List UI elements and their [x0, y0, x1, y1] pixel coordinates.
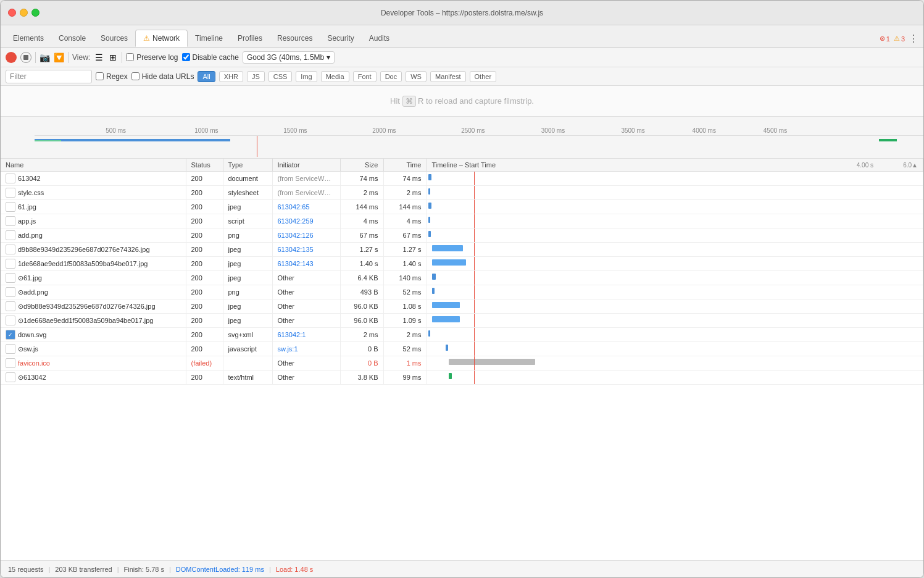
file-name[interactable]: 613042	[18, 175, 41, 182]
file-name[interactable]: app.js	[18, 217, 36, 225]
row-checkbox[interactable]	[6, 372, 15, 382]
row-checkbox[interactable]	[6, 202, 15, 212]
stop-button[interactable]	[20, 52, 31, 63]
row-initiator[interactable]: 613042:126	[272, 228, 340, 243]
disable-cache-checkbox[interactable]	[182, 53, 190, 61]
filter-font-button[interactable]: Font	[353, 71, 377, 82]
file-name[interactable]: down.svg	[18, 331, 46, 338]
tab-sources[interactable]: Sources	[93, 30, 135, 47]
col-header-status[interactable]: Status	[186, 159, 223, 172]
row-checkbox[interactable]	[6, 230, 15, 240]
row-initiator[interactable]: sw.js:1	[272, 342, 340, 356]
preserve-log-checkbox[interactable]	[126, 53, 134, 61]
file-name[interactable]: favicon.ico	[18, 359, 50, 367]
row-initiator[interactable]: 613042:1	[272, 328, 340, 342]
row-checkbox[interactable]	[6, 188, 15, 198]
filter-css-button[interactable]: CSS	[268, 71, 293, 82]
file-name[interactable]: ⊙add.png	[18, 288, 48, 296]
table-row[interactable]: ⊙add.png200pngOther493 B52 ms	[1, 285, 923, 299]
row-checkbox[interactable]	[6, 216, 15, 226]
tab-profiles[interactable]: Profiles	[230, 30, 270, 47]
file-name[interactable]: ⊙1de668ae9edd1f50083a509ba94be017.jpg	[18, 317, 153, 325]
row-initiator[interactable]: 613042:259	[272, 214, 340, 228]
col-header-type[interactable]: Type	[223, 159, 272, 172]
filter-js-button[interactable]: JS	[247, 71, 265, 82]
row-initiator[interactable]: 613042:65	[272, 200, 340, 214]
row-initiator[interactable]: 613042:143	[272, 257, 340, 271]
file-name[interactable]: ⊙61.jpg	[18, 274, 42, 282]
row-checkbox[interactable]	[6, 344, 15, 354]
table-row[interactable]: ⊙sw.js200javascriptsw.js:10 B52 ms	[1, 342, 923, 356]
tab-audits[interactable]: Audits	[362, 30, 397, 47]
preserve-log-label[interactable]: Preserve log	[126, 53, 178, 62]
filter-doc-button[interactable]: Doc	[380, 71, 402, 82]
table-row[interactable]: d9b88e9349d235296e687d0276e74326.jpg200j…	[1, 243, 923, 257]
regex-checkbox[interactable]	[96, 72, 104, 80]
file-name[interactable]: 61.jpg	[18, 203, 36, 211]
table-row[interactable]: 61.jpg200jpeg613042:65144 ms144 ms	[1, 200, 923, 214]
view-grid-button[interactable]: ⊞	[108, 51, 118, 64]
close-button[interactable]	[8, 9, 16, 17]
hide-data-urls-checkbox[interactable]	[131, 72, 139, 80]
record-button[interactable]	[6, 52, 17, 63]
row-checkbox[interactable]	[6, 316, 15, 325]
col-header-size[interactable]: Size	[340, 159, 383, 172]
tab-timeline[interactable]: Timeline	[188, 30, 230, 47]
filter-img-button[interactable]: Img	[296, 71, 317, 82]
file-name[interactable]: d9b88e9349d235296e687d0276e74326.jpg	[18, 246, 150, 253]
filter-ws-button[interactable]: WS	[406, 71, 427, 82]
tab-resources[interactable]: Resources	[270, 30, 320, 47]
view-list-button[interactable]: ☰	[94, 51, 104, 64]
row-initiator[interactable]: 613042:135	[272, 243, 340, 257]
table-row[interactable]: 1de668ae9edd1f50083a509ba94be017.jpg200j…	[1, 257, 923, 271]
more-options-icon[interactable]: ⋮	[909, 33, 918, 44]
file-name[interactable]: style.css	[18, 189, 44, 196]
col-header-timeline[interactable]: Timeline – Start Time 4.00 s 6.0▲	[427, 159, 923, 172]
file-name[interactable]: add.png	[18, 232, 43, 239]
filter-other-button[interactable]: Other	[470, 71, 497, 82]
row-checkbox[interactable]: ✓	[6, 330, 15, 340]
tab-security[interactable]: Security	[320, 30, 361, 47]
table-row[interactable]: ⊙d9b88e9349d235296e687d0276e74326.jpg200…	[1, 299, 923, 314]
table-row[interactable]: add.png200png613042:12667 ms67 ms	[1, 228, 923, 243]
table-row[interactable]: ⊙61.jpg200jpegOther6.4 KB140 ms	[1, 271, 923, 285]
table-row[interactable]: ✓down.svg200svg+xml613042:12 ms2 ms	[1, 328, 923, 342]
table-row[interactable]: style.css200stylesheet(from ServiceW…2 m…	[1, 186, 923, 200]
col-header-time[interactable]: Time	[383, 159, 427, 172]
row-checkbox[interactable]	[6, 273, 15, 283]
filter-toggle-button[interactable]: 🔽	[54, 52, 64, 62]
table-row[interactable]: ⊙613042200text/htmlOther3.8 KB99 ms	[1, 371, 923, 385]
tab-network[interactable]: ⚠ Network	[135, 30, 188, 47]
file-name[interactable]: ⊙613042	[18, 374, 46, 382]
disable-cache-label[interactable]: Disable cache	[182, 53, 239, 62]
minimize-button[interactable]	[20, 9, 28, 17]
table-row[interactable]: ⊙1de668ae9edd1f50083a509ba94be017.jpg200…	[1, 314, 923, 328]
file-name[interactable]: ⊙sw.js	[18, 345, 38, 353]
filter-manifest-button[interactable]: Manifest	[430, 71, 466, 82]
file-name[interactable]: ⊙d9b88e9349d235296e687d0276e74326.jpg	[18, 303, 156, 311]
col-header-name[interactable]: Name	[1, 159, 186, 172]
row-checkbox[interactable]	[6, 259, 15, 269]
file-name[interactable]: 1de668ae9edd1f50083a509ba94be017.jpg	[18, 260, 148, 267]
throttle-dropdown[interactable]: Good 3G (40ms, 1.5Mb ▾	[243, 51, 335, 64]
filter-media-button[interactable]: Media	[321, 71, 349, 82]
col-header-initiator[interactable]: Initiator	[272, 159, 340, 172]
hide-data-urls-label[interactable]: Hide data URLs	[131, 72, 194, 81]
camera-button[interactable]: 📷	[40, 52, 50, 62]
row-checkbox[interactable]	[6, 174, 15, 183]
row-checkbox[interactable]	[6, 287, 15, 297]
network-table-container[interactable]: Name Status Type Initiator Size Time Tim…	[1, 159, 923, 560]
filter-xhr-button[interactable]: XHR	[219, 71, 243, 82]
tab-elements[interactable]: Elements	[6, 30, 51, 47]
regex-label[interactable]: Regex	[96, 72, 128, 81]
table-row[interactable]: favicon.ico(failed)Other0 B1 ms	[1, 356, 923, 371]
maximize-button[interactable]	[31, 9, 40, 17]
row-checkbox[interactable]	[6, 245, 15, 254]
tab-console[interactable]: Console	[51, 30, 93, 47]
row-checkbox[interactable]	[6, 358, 15, 368]
row-checkbox[interactable]	[6, 301, 15, 311]
table-row[interactable]: 613042200document(from ServiceW…74 ms74 …	[1, 172, 923, 186]
table-row[interactable]: app.js200script613042:2594 ms4 ms	[1, 214, 923, 228]
filter-all-button[interactable]: All	[198, 71, 215, 82]
filter-input[interactable]	[6, 70, 92, 83]
